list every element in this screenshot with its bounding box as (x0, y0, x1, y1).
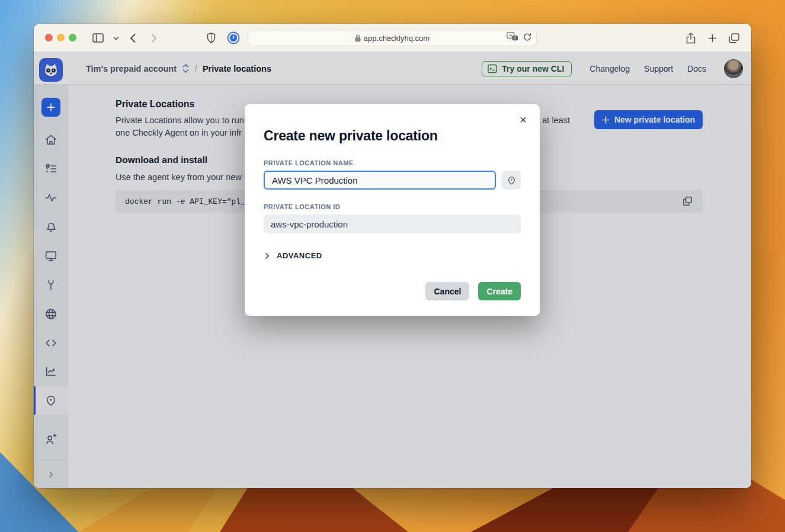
name-field-label: PRIVATE LOCATION NAME (264, 159, 521, 166)
back-button[interactable] (125, 30, 140, 46)
modal-title: Create new private location (264, 128, 521, 144)
lock-icon (355, 34, 361, 42)
translate-icon[interactable]: A 文 (507, 32, 518, 43)
checkly-app: Tim's prepaid account / Private location… (34, 52, 751, 488)
window-minimize-button[interactable] (57, 34, 65, 41)
chevron-down-icon[interactable] (108, 30, 124, 46)
reload-icon[interactable] (523, 33, 531, 43)
window-close-button[interactable] (45, 34, 53, 41)
new-tab-icon[interactable] (704, 30, 720, 46)
close-icon[interactable]: × (516, 113, 530, 127)
private-location-name-input[interactable] (264, 171, 496, 190)
onepassword-icon[interactable] (226, 30, 241, 46)
shield-privacy-icon[interactable] (203, 30, 219, 46)
location-pin-icon (507, 175, 517, 185)
advanced-toggle[interactable]: ADVANCED (264, 251, 521, 260)
location-pin-button[interactable] (502, 171, 521, 190)
address-bar[interactable]: app.checklyhq.com A 文 (248, 30, 537, 46)
url-text: app.checklyhq.com (364, 34, 430, 43)
private-location-id-input[interactable] (264, 214, 521, 233)
share-icon[interactable] (683, 30, 699, 46)
create-button[interactable]: Create (478, 282, 521, 300)
tab-overview-icon[interactable] (726, 30, 742, 46)
forward-button (146, 30, 161, 46)
svg-text:A: A (509, 33, 512, 38)
sidebar-toggle-icon[interactable] (90, 30, 105, 46)
window-zoom-button[interactable] (69, 34, 76, 41)
chevron-right-icon (264, 252, 271, 259)
id-field-label: PRIVATE LOCATION ID (264, 203, 521, 210)
svg-text:文: 文 (513, 36, 517, 40)
browser-window: app.checklyhq.com A 文 (34, 24, 751, 488)
cancel-button[interactable]: Cancel (425, 282, 469, 300)
create-private-location-modal: × Create new private location PRIVATE LO… (245, 104, 540, 316)
browser-toolbar: app.checklyhq.com A 文 (34, 24, 751, 52)
